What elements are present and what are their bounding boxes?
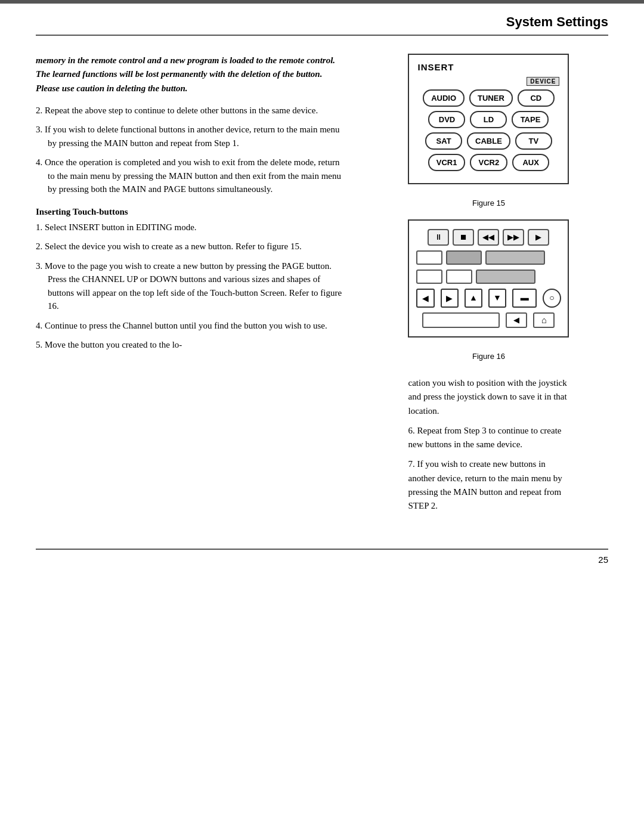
back-icon-button[interactable]: ◀ <box>506 312 527 328</box>
insert-step-3: 3. Move to the page you wish to create a… <box>36 259 345 313</box>
left-arrow-button[interactable]: ◀ <box>416 289 434 308</box>
main-content: memory in the remote control and a new p… <box>0 36 644 537</box>
home-icon-button[interactable]: ⌂ <box>533 312 555 328</box>
insert-panel-label: INSERT <box>417 62 559 72</box>
audio-button[interactable]: AUDIO <box>423 89 465 107</box>
down-arrow-button[interactable]: ▼ <box>488 289 506 308</box>
up-arrow-button[interactable]: ▲ <box>465 289 482 308</box>
insert-steps: 1. Select INSERT button in EDITING mode.… <box>36 221 345 352</box>
dvd-button[interactable]: DVD <box>428 111 465 128</box>
tape-button[interactable]: TAPE <box>512 111 549 128</box>
empty-row-2 <box>416 270 561 284</box>
empty-btn-2 <box>446 250 482 265</box>
empty-btn-5 <box>446 270 472 284</box>
tv-button[interactable]: TV <box>515 132 552 150</box>
vcr1-button[interactable]: VCR1 <box>428 154 466 171</box>
step-2-text: Repeat the above step to continue to del… <box>45 106 318 115</box>
insert-heading: Inserting Touch-buttons <box>36 207 345 217</box>
btn-row-4: VCR1 VCR2 AUX <box>417 154 559 171</box>
aux-button[interactable]: AUX <box>512 154 549 171</box>
joystick-row: ◀ ▶ ▲ ▼ ▬ ○ <box>416 289 561 308</box>
right-col-steps: cation you wish to position with the joy… <box>408 376 569 519</box>
step-4-label: 4. <box>36 157 45 167</box>
step-3-label: 3. <box>36 125 45 134</box>
insert-step-1: 1. Select INSERT button in EDITING mode. <box>36 221 345 234</box>
figure-16-caption: Figure 16 <box>472 352 505 361</box>
stop-button[interactable]: ⏹ <box>453 229 474 246</box>
step-3: 3. If you wish to delete functional butt… <box>36 123 345 150</box>
empty-row-1 <box>416 250 561 265</box>
header-title-row: System Settings <box>0 4 644 35</box>
empty-btn-1 <box>416 250 442 265</box>
empty-btn-4 <box>416 270 442 284</box>
empty-btn-3 <box>485 250 545 265</box>
fastforward-button[interactable]: ▶▶ <box>503 229 524 246</box>
select-button[interactable]: ▬ <box>512 289 537 308</box>
device-label: DEVICE <box>527 77 559 86</box>
pause-button[interactable]: ⏸ <box>428 229 449 246</box>
sat-button[interactable]: SAT <box>425 132 462 150</box>
bottom-row: ◀ ⌂ <box>416 312 561 328</box>
rewind-button[interactable]: ◀◀ <box>478 229 499 246</box>
step-3-text: If you wish to delete functional buttons… <box>45 125 339 148</box>
vcr2-button[interactable]: VCR2 <box>470 154 507 171</box>
cable-button[interactable]: CABLE <box>467 132 510 150</box>
transport-row: ⏸ ⏹ ◀◀ ▶▶ ▶ <box>416 229 561 246</box>
step-2: 2. Repeat the above step to continue to … <box>36 104 345 117</box>
figure-15-caption: Figure 15 <box>472 199 505 208</box>
step-7: 7. If you wish to create new buttons in … <box>408 457 569 513</box>
insert-step-4: 4. Continue to press the Channel button … <box>36 319 345 333</box>
step-5-continuation: cation you wish to position with the joy… <box>408 376 569 418</box>
page-number: 25 <box>598 555 608 565</box>
right-column: INSERT DEVICE AUDIO TUNER CD DVD LD <box>369 54 608 519</box>
figure-15-panel: INSERT DEVICE AUDIO TUNER CD DVD LD <box>408 54 569 184</box>
step-6: 6. Repeat from Step 3 to continue to cre… <box>408 424 569 452</box>
tuner-button[interactable]: TUNER <box>469 89 513 107</box>
page-title: System Settings <box>506 14 608 30</box>
long-bottom-button <box>422 312 500 328</box>
device-buttons-grid: AUDIO TUNER CD DVD LD TAPE SAT CABLE T <box>417 89 559 171</box>
step-4-text: Once the operation is completed and you … <box>45 157 341 194</box>
step-2-label: 2. <box>36 106 45 115</box>
right-arrow-button[interactable]: ▶ <box>441 289 459 308</box>
btn-row-3: SAT CABLE TV <box>417 132 559 150</box>
step-4: 4. Once the operation is completed and y… <box>36 156 345 196</box>
cd-button[interactable]: CD <box>518 89 555 107</box>
page: System Settings memory in the remote con… <box>0 0 644 833</box>
intro-text: memory in the remote control and a new p… <box>36 54 345 95</box>
btn-row-2: DVD LD TAPE <box>417 111 559 128</box>
ld-button[interactable]: LD <box>470 111 507 128</box>
left-column: memory in the remote control and a new p… <box>36 54 345 519</box>
circle-button[interactable]: ○ <box>543 289 561 308</box>
footer-bar: 25 <box>0 550 644 565</box>
insert-step-5: 5. Move the button you created to the lo… <box>36 338 345 352</box>
figure-16-panel: ⏸ ⏹ ◀◀ ▶▶ ▶ <box>408 219 569 337</box>
pre-insert-steps: 2. Repeat the above step to continue to … <box>36 104 345 196</box>
empty-btn-6 <box>476 270 535 284</box>
play-button[interactable]: ▶ <box>528 229 549 246</box>
btn-row-1: AUDIO TUNER CD <box>417 89 559 107</box>
device-label-row: DEVICE <box>417 77 559 86</box>
insert-step-2: 2. Select the device you wish to create … <box>36 240 345 253</box>
